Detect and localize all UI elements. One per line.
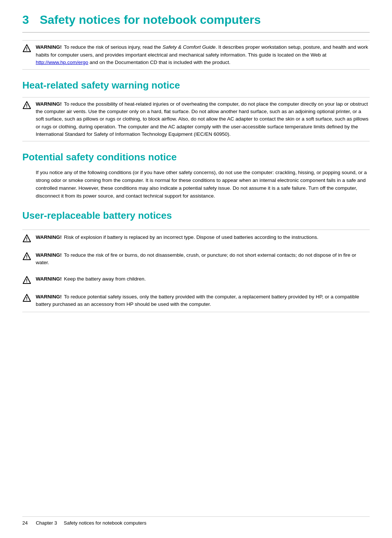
battery-warning-2-body: To reduce the risk of fire or burns, do … bbox=[36, 252, 356, 265]
footer-chapter-title: Safety notices for notebook computers bbox=[64, 520, 146, 526]
warning-icon-heat: ! bbox=[22, 101, 33, 110]
top-warning-label: WARNING! bbox=[36, 44, 62, 50]
battery-warning-4-label: WARNING! bbox=[36, 294, 62, 300]
chapter-title-text: Safety notices for notebook computers bbox=[40, 13, 261, 26]
battery-section-heading: User-replaceable battery notices bbox=[22, 209, 370, 223]
footer-page-num: 24 bbox=[22, 520, 28, 526]
battery-warning-1-label: WARNING! bbox=[36, 234, 62, 240]
warning-icon-battery-4: ! bbox=[22, 294, 33, 302]
battery-warning-1-body: Risk of explosion if battery is replaced… bbox=[64, 234, 319, 240]
battery-warning-3-body: Keep the battery away from children. bbox=[64, 276, 146, 282]
battery-warning-4-body: To reduce potential safety issues, only … bbox=[36, 294, 359, 307]
top-warning-italic: Safety & Comfort Guide bbox=[162, 44, 216, 50]
heat-warning-label: WARNING! bbox=[36, 101, 62, 107]
svg-text:!: ! bbox=[26, 278, 28, 284]
battery-warning-2-text: WARNING!To reduce the risk of fire or bu… bbox=[36, 252, 370, 267]
heat-section-heading: Heat-related safety warning notice bbox=[22, 79, 370, 93]
heat-warning-text: WARNING!To reduce the possibility of hea… bbox=[36, 100, 370, 138]
battery-warning-4-text: WARNING!To reduce potential safety issue… bbox=[36, 293, 370, 308]
battery-warning-3-label: WARNING! bbox=[36, 276, 62, 282]
battery-top-divider bbox=[22, 230, 370, 230]
warning-icon-top: ! bbox=[22, 44, 33, 53]
top-warning-text-before: To reduce the risk of serious injury, re… bbox=[64, 44, 163, 50]
svg-text:!: ! bbox=[26, 236, 28, 242]
svg-text:!: ! bbox=[26, 254, 28, 260]
battery-warning-1-block: ! WARNING!Risk of explosion if battery i… bbox=[22, 233, 370, 246]
warning-icon-battery-1: ! bbox=[22, 234, 33, 243]
top-warning-block: ! WARNING!To reduce the risk of serious … bbox=[22, 40, 370, 70]
warning-icon-battery-3: ! bbox=[22, 276, 33, 285]
heat-warning-body: To reduce the possibility of heat-relate… bbox=[36, 101, 369, 137]
footer-chapter-ref: Chapter 3 bbox=[36, 520, 57, 526]
heat-warning-block: ! WARNING!To reduce the possibility of h… bbox=[22, 97, 370, 141]
battery-warning-2-block: ! WARNING!To reduce the risk of fire or … bbox=[22, 251, 370, 270]
battery-warning-2-label: WARNING! bbox=[36, 252, 62, 258]
battery-warning-3-text: WARNING!Keep the battery away from child… bbox=[36, 275, 370, 283]
battery-warning-1-text: WARNING!Risk of explosion if battery is … bbox=[36, 234, 370, 241]
chapter-number: 3 bbox=[22, 13, 29, 26]
svg-text:!: ! bbox=[26, 103, 28, 109]
battery-warning-3-block: ! WARNING!Keep the battery away from chi… bbox=[22, 275, 370, 288]
warning-icon-battery-2: ! bbox=[22, 252, 33, 261]
potential-body-text: If you notice any of the following condi… bbox=[36, 169, 370, 200]
battery-warning-4-block: ! WARNING!To reduce potential safety iss… bbox=[22, 292, 370, 313]
hp-ergo-link[interactable]: http://www.hp.com/ergo bbox=[36, 60, 88, 65]
page-footer: 24 Chapter 3 Safety notices for notebook… bbox=[22, 516, 370, 527]
svg-text:!: ! bbox=[26, 46, 28, 52]
potential-section-heading: Potential safety conditions notice bbox=[22, 150, 370, 164]
top-warning-text: WARNING!To reduce the risk of serious in… bbox=[36, 44, 370, 66]
page-title: 3 Safety notices for notebook computers bbox=[22, 11, 370, 33]
svg-text:!: ! bbox=[26, 296, 28, 301]
top-warning-text-end: and on the Documentation CD that is incl… bbox=[88, 60, 230, 65]
